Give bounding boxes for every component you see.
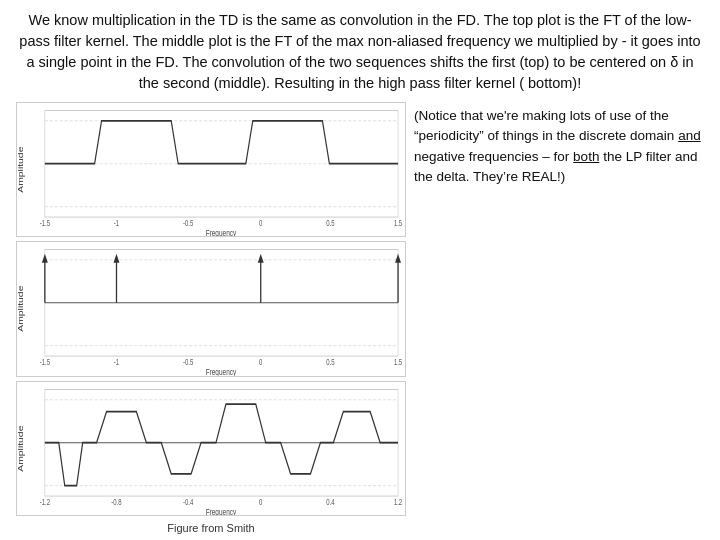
svg-text:0.4: 0.4	[326, 496, 334, 507]
svg-text:Amplitude: Amplitude	[17, 286, 25, 332]
svg-text:-0.8: -0.8	[111, 496, 121, 507]
intro-text: We know multiplication in the TD is the …	[19, 12, 700, 91]
svg-text:Amplitude: Amplitude	[17, 147, 25, 193]
svg-text:1.2: 1.2	[394, 496, 402, 507]
page: We know multiplication in the TD is the …	[0, 0, 720, 540]
svg-text:Frequency: Frequency	[206, 228, 237, 236]
svg-text:1.5: 1.5	[394, 357, 402, 368]
svg-text:-0.4: -0.4	[183, 496, 193, 507]
content-area: Amplitude -1.5 -1 -0.5 0	[16, 102, 704, 534]
plots-area: Amplitude -1.5 -1 -0.5 0	[16, 102, 406, 534]
plot-top: Amplitude -1.5 -1 -0.5 0	[16, 102, 406, 237]
svg-text:-1: -1	[114, 218, 119, 229]
and-underline: and	[678, 128, 701, 143]
plot-middle: Amplitude	[16, 241, 406, 376]
figure-caption: Figure from Smith	[16, 522, 406, 534]
both-underline: both	[573, 149, 599, 164]
svg-text:0.5: 0.5	[326, 357, 334, 368]
intro-paragraph: We know multiplication in the TD is the …	[16, 10, 704, 94]
svg-text:-0.5: -0.5	[183, 218, 193, 229]
plot-bottom: Amplitude -1.2 -0.8 -0.4 0 0.4 1.2 Frequ	[16, 381, 406, 516]
svg-text:0: 0	[259, 357, 262, 368]
svg-text:0: 0	[259, 218, 262, 229]
svg-text:Frequency: Frequency	[206, 367, 237, 375]
svg-text:-0.5: -0.5	[183, 357, 193, 368]
svg-text:0.5: 0.5	[326, 218, 334, 229]
svg-text:-1.5: -1.5	[40, 218, 50, 229]
svg-text:-1.5: -1.5	[40, 357, 50, 368]
svg-text:1.5: 1.5	[394, 218, 402, 229]
side-text: (Notice that we're making lots of use of…	[414, 102, 704, 534]
svg-text:0: 0	[259, 496, 262, 507]
svg-text:Frequency: Frequency	[206, 507, 237, 515]
svg-text:-1: -1	[114, 357, 119, 368]
svg-text:-1.2: -1.2	[40, 496, 50, 507]
svg-text:Amplitude: Amplitude	[17, 425, 25, 471]
